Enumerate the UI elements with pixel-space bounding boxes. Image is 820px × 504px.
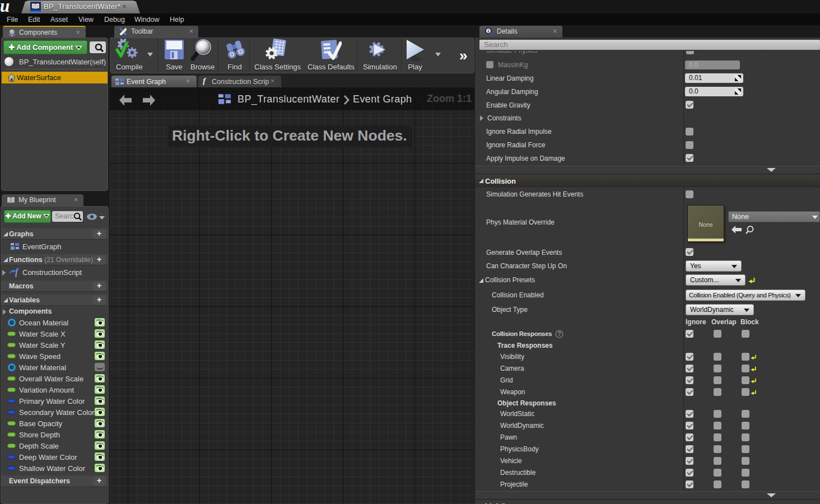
svg-text:?: ? (557, 331, 561, 337)
